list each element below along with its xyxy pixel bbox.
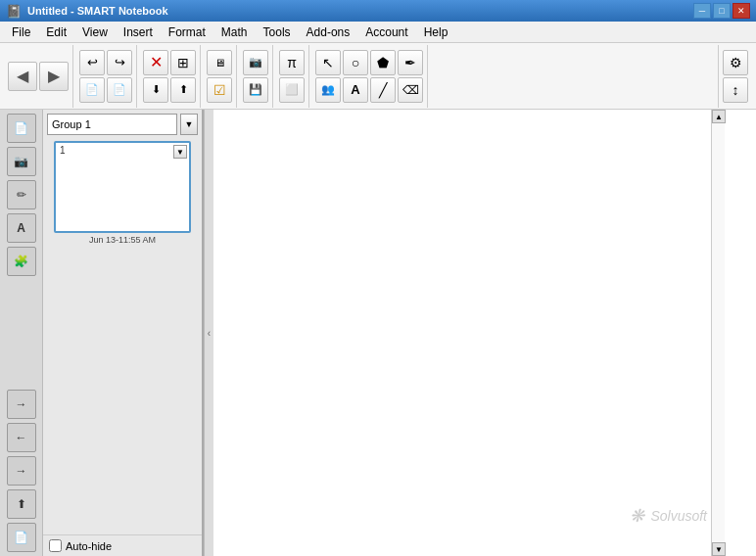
- new-page-button[interactable]: 📄: [79, 77, 105, 103]
- minimize-button[interactable]: ─: [693, 3, 711, 19]
- watermark: ❋ Solvusoft: [630, 505, 707, 527]
- title-bar-left: 📓 Untitled - SMART Notebook: [6, 4, 168, 19]
- save-button[interactable]: 💾: [243, 77, 268, 103]
- nav-group: ◀ ▶: [4, 45, 73, 108]
- lp-puzzle-btn[interactable]: 🧩: [7, 247, 36, 276]
- media-group: 🖥 ☑: [203, 45, 237, 108]
- watermark-text: Solvusoft: [650, 508, 707, 524]
- lp-right-arrow-btn[interactable]: →: [7, 390, 36, 419]
- page-down-button[interactable]: 📄: [107, 77, 132, 103]
- slide-thumb-inner: [56, 143, 189, 231]
- menu-item-math[interactable]: Math: [213, 23, 256, 41]
- lp-camera-btn[interactable]: 📷: [7, 147, 36, 176]
- vertical-scrollbar[interactable]: ▲ ▼: [711, 110, 725, 556]
- canvas-area: ❋ Solvusoft ▲ ▼: [213, 110, 756, 556]
- menu-item-add-ons[interactable]: Add-ons: [299, 23, 358, 41]
- blob-button[interactable]: ⬟: [370, 50, 396, 75]
- app-icon: 📓: [6, 4, 22, 19]
- menu-item-insert[interactable]: Insert: [116, 23, 161, 41]
- watermark-icon: ❋: [630, 505, 644, 527]
- menu-item-account[interactable]: Account: [357, 23, 415, 41]
- screen-button[interactable]: 🖥: [207, 50, 232, 75]
- pen-button[interactable]: ✒: [398, 50, 423, 75]
- cursor-button[interactable]: ↖: [315, 50, 341, 75]
- menu-item-tools[interactable]: Tools: [256, 23, 299, 41]
- pi-button[interactable]: π: [279, 50, 305, 75]
- scroll-down-arrow[interactable]: ▼: [712, 542, 726, 556]
- slide-dropdown-arrow[interactable]: ▼: [173, 145, 187, 159]
- lp-page2-btn[interactable]: 📄: [7, 523, 36, 552]
- lp-right2-arrow-btn[interactable]: →: [7, 456, 36, 486]
- download2-button[interactable]: ⬇: [143, 77, 168, 103]
- upload2-button[interactable]: ⬆: [170, 77, 196, 103]
- menu-item-file[interactable]: File: [4, 23, 38, 41]
- left-panel: 📄 📷 ✏ A 🧩 → ← → ⬆ 📄: [0, 110, 43, 556]
- toolbar: ◀ ▶ ↩ ↪ 📄 📄 ✕ ⊞ ⬇ ⬆ 🖥 ☑: [0, 43, 756, 110]
- main-area: 📄 📷 ✏ A 🧩 → ← → ⬆ 📄 Group 1 ▼ ▼ 1 Jun 13…: [0, 110, 756, 556]
- delete-button[interactable]: ✕: [143, 50, 168, 75]
- circle-button[interactable]: ○: [343, 50, 368, 75]
- slide-timestamp: Jun 13-11:55 AM: [47, 235, 198, 245]
- settings-button[interactable]: ⚙: [723, 50, 748, 75]
- menu-item-view[interactable]: View: [74, 23, 116, 41]
- line-button[interactable]: ╱: [370, 77, 396, 103]
- eraser-button[interactable]: ⌫: [398, 77, 423, 103]
- history-group: ↩ ↪ 📄 📄: [75, 45, 137, 108]
- autohide-label[interactable]: Auto-hide: [66, 540, 112, 552]
- group-dropdown-arrow[interactable]: ▼: [180, 114, 198, 135]
- group-dropdown[interactable]: Group 1: [47, 114, 177, 135]
- nav-row: ◀ ▶: [8, 62, 69, 91]
- page-ops-group: ✕ ⊞ ⬇ ⬆: [139, 45, 201, 108]
- slide-number: 1: [60, 145, 66, 156]
- collapse-handle[interactable]: ‹: [204, 110, 213, 556]
- lp-text-btn[interactable]: A: [7, 213, 36, 243]
- menu-item-format[interactable]: Format: [161, 23, 213, 41]
- menu-bar: FileEditViewInsertFormatMathToolsAdd-ons…: [0, 22, 756, 43]
- forward-button[interactable]: ▶: [39, 62, 69, 91]
- history-row1: ↩ ↪: [79, 50, 132, 75]
- slide-panel-header: Group 1 ▼: [47, 114, 198, 135]
- scroll-up-arrow[interactable]: ▲: [712, 110, 726, 123]
- lp-page-btn[interactable]: 📄: [7, 114, 36, 143]
- math-group: π ⬜: [275, 45, 309, 108]
- slide-thumbnail[interactable]: ▼ 1: [54, 141, 191, 233]
- lp-up-arrow-btn[interactable]: ⬆: [7, 489, 36, 519]
- camera-button[interactable]: 📷: [243, 50, 268, 75]
- whiteboard-button[interactable]: ⬜: [279, 77, 305, 103]
- menu-item-help[interactable]: Help: [416, 23, 456, 41]
- slide-panel: Group 1 ▼ ▼ 1 Jun 13-11:55 AM Auto-hide: [43, 110, 204, 556]
- grid-button[interactable]: ⊞: [170, 50, 196, 75]
- close-button[interactable]: ✕: [732, 3, 750, 19]
- title-text: Untitled - SMART Notebook: [27, 5, 168, 17]
- arrows-button[interactable]: ↕: [723, 77, 748, 103]
- title-bar: 📓 Untitled - SMART Notebook ─ □ ✕: [0, 0, 756, 22]
- text-button[interactable]: A: [343, 77, 368, 103]
- check-button[interactable]: ☑: [207, 77, 232, 103]
- lp-left-arrow-btn[interactable]: ←: [7, 423, 36, 452]
- back-button[interactable]: ◀: [8, 62, 37, 91]
- lp-edit-btn[interactable]: ✏: [7, 180, 36, 209]
- people-button[interactable]: 👥: [315, 77, 341, 103]
- menu-item-edit[interactable]: Edit: [38, 23, 74, 41]
- autohide-bar: Auto-hide: [43, 534, 202, 556]
- autohide-checkbox[interactable]: [49, 539, 62, 552]
- redo-button[interactable]: ↪: [107, 50, 132, 75]
- settings-group: ⚙ ↕: [718, 45, 752, 108]
- undo-button[interactable]: ↩: [79, 50, 105, 75]
- drawing-group: ↖ ○ ⬟ ✒ 👥 A ╱ ⌫: [311, 45, 428, 108]
- history-row2: 📄 📄: [79, 77, 132, 103]
- camera-group: 📷 💾: [239, 45, 273, 108]
- maximize-button[interactable]: □: [713, 3, 731, 19]
- scroll-thumb[interactable]: [712, 123, 725, 542]
- title-controls: ─ □ ✕: [693, 3, 750, 19]
